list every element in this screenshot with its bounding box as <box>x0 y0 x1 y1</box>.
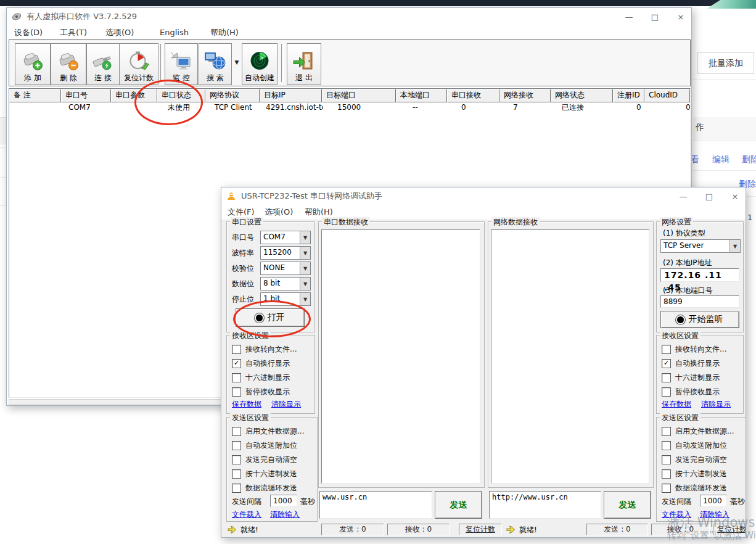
exit-button[interactable]: 退 出 <box>287 43 321 85</box>
checkbox[interactable] <box>232 441 241 450</box>
maximize-button[interactable]: □ <box>704 192 715 201</box>
view-link-fragment[interactable]: 看 <box>691 154 699 165</box>
checkbox[interactable] <box>232 484 241 493</box>
checkbox-hex-display[interactable]: 十六进制显示 <box>232 373 290 382</box>
checkbox-clear-after-send[interactable]: 发送完自动清空 <box>232 455 297 464</box>
checkbox-send-hex[interactable]: 按十六进制发送 <box>232 469 297 479</box>
checkbox-file-source[interactable]: 启用文件数据源... <box>232 426 304 436</box>
local-port-input[interactable]: 8899 <box>660 295 739 308</box>
protocol-type-select[interactable]: TCP Server▼ <box>660 239 741 253</box>
menu-help[interactable]: 帮助(H) <box>305 207 333 218</box>
send-interval-input[interactable]: 1000 <box>270 495 297 507</box>
checkbox[interactable] <box>662 441 671 450</box>
checkbox-file-source[interactable]: 启用文件数据源... <box>662 426 734 436</box>
checkbox[interactable] <box>232 427 241 436</box>
connect-button[interactable]: 连 接 <box>86 43 120 85</box>
clear-display-link[interactable]: 清除显示 <box>271 399 301 410</box>
col-com-params[interactable]: 串口参数 <box>111 89 157 102</box>
serial-send-input[interactable]: www.usr.cn <box>319 491 432 519</box>
local-ip-input[interactable]: 172.16 .11 .45 <box>660 268 739 282</box>
network-recv-area[interactable] <box>491 229 649 484</box>
col-com-port[interactable]: 串口号 <box>61 89 111 102</box>
table-row[interactable]: COM7 未使用 TCP Client 4291.cnsh.iot-tc... … <box>9 102 690 113</box>
checkbox-clear-after-send[interactable]: 发送完自动清空 <box>662 455 727 464</box>
checkbox-auto-append[interactable]: 自动发送附加位 <box>662 440 727 450</box>
save-data-link[interactable]: 保存数据 <box>662 399 691 410</box>
add-vcom-button[interactable]: 添 加 <box>15 43 51 85</box>
delete-vcom-button[interactable]: 删 除 <box>51 43 86 85</box>
checkbox-loop-send[interactable]: 数据流循环发送 <box>662 483 727 493</box>
monitor-button[interactable]: 监 控 <box>165 43 198 85</box>
checkbox[interactable] <box>662 469 671 479</box>
clear-input-link[interactable]: 清除输入 <box>700 509 729 520</box>
edit-link[interactable]: 编辑 <box>712 154 729 165</box>
col-remark[interactable]: 备 注 <box>9 89 61 102</box>
checkbox-send-hex[interactable]: 按十六进制发送 <box>662 469 727 479</box>
checkbox[interactable] <box>232 469 241 479</box>
col-com-recv[interactable]: 串口接收 <box>447 89 499 102</box>
checkbox[interactable] <box>232 455 241 464</box>
checkbox[interactable] <box>662 427 671 436</box>
serial-recv-area[interactable] <box>321 229 480 484</box>
checkbox[interactable] <box>662 359 671 368</box>
open-port-button[interactable]: 打开 <box>236 308 305 327</box>
search-dropdown-arrow[interactable]: ▼ <box>232 56 241 68</box>
checkbox-auto-wrap[interactable]: 自动换行显示 <box>232 358 290 368</box>
checkbox[interactable] <box>662 387 671 397</box>
baud-rate-select[interactable]: 115200▼ <box>260 246 311 260</box>
network-send-input[interactable]: http://www.usr.cn <box>489 491 601 519</box>
serial-send-button[interactable]: 发送 <box>435 491 482 519</box>
reset-count-button[interactable]: 复位计数 <box>119 43 158 85</box>
network-send-button[interactable]: 发送 <box>604 491 651 519</box>
checkbox[interactable] <box>232 373 241 382</box>
minimize-button[interactable]: — <box>678 192 689 201</box>
checkbox-recv-to-file[interactable]: 接收转向文件... <box>662 344 726 354</box>
col-net-protocol[interactable]: 网络协议 <box>205 89 260 102</box>
col-net-state[interactable]: 网络状态 <box>551 89 613 102</box>
network-reset-count-button[interactable]: 复位计数 <box>713 524 746 535</box>
minimize-button[interactable]: — <box>623 12 635 22</box>
checkbox-pause-recv[interactable]: 暂停接收显示 <box>662 387 720 397</box>
close-button[interactable]: × <box>729 192 741 201</box>
checkbox-auto-append[interactable]: 自动发送附加位 <box>232 440 297 450</box>
checkbox-loop-send[interactable]: 数据流循环发送 <box>232 483 297 493</box>
col-cloud-id[interactable]: CloudID <box>644 89 690 102</box>
auto-create-button[interactable]: 自动创建 <box>242 43 277 85</box>
checkbox-recv-to-file[interactable]: 接收转向文件... <box>232 344 297 354</box>
serial-reset-count-button[interactable]: 复位计数 <box>459 524 502 535</box>
stop-bits-select[interactable]: 1 bit▼ <box>260 292 311 306</box>
com-port-select[interactable]: COM7▼ <box>260 231 311 244</box>
col-target-port[interactable]: 目标端口 <box>322 89 396 102</box>
checkbox[interactable] <box>662 455 671 464</box>
menu-options[interactable]: 选项(O) <box>105 27 134 38</box>
clear-display-link[interactable]: 清除显示 <box>701 399 731 410</box>
col-net-recv[interactable]: 网络接收 <box>499 89 551 102</box>
checkbox[interactable] <box>662 484 671 493</box>
checkbox[interactable] <box>662 373 671 382</box>
menu-device[interactable]: 设备(D) <box>14 27 43 38</box>
parity-select[interactable]: NONE▼ <box>260 262 311 275</box>
close-button[interactable]: × <box>675 12 686 22</box>
send-interval-input[interactable]: 1000 <box>700 495 727 507</box>
checkbox-hex-display[interactable]: 十六进制显示 <box>662 373 720 382</box>
checkbox[interactable] <box>232 345 241 354</box>
load-file-link[interactable]: 文件载入 <box>232 509 261 520</box>
menu-options[interactable]: 选项(O) <box>265 207 293 218</box>
maximize-button[interactable]: □ <box>649 12 660 22</box>
menu-help[interactable]: 帮助(H) <box>210 27 239 38</box>
checkbox[interactable] <box>662 345 671 354</box>
save-data-link[interactable]: 保存数据 <box>232 399 261 410</box>
col-local-port[interactable]: 本地端口 <box>396 89 447 102</box>
col-com-state[interactable]: 串口状态 <box>157 89 205 102</box>
checkbox-auto-wrap[interactable]: 自动换行显示 <box>662 358 720 368</box>
clear-input-link[interactable]: 清除输入 <box>270 509 300 520</box>
load-file-link[interactable]: 文件载入 <box>662 509 691 520</box>
menu-tools[interactable]: 工具(T) <box>60 27 87 38</box>
delete-link[interactable]: 删除 <box>742 154 756 165</box>
menu-file[interactable]: 文件(F) <box>228 207 255 218</box>
col-target-ip[interactable]: 目标IP <box>260 89 322 102</box>
data-bits-select[interactable]: 8 bit▼ <box>260 277 311 291</box>
checkbox[interactable] <box>232 387 241 397</box>
col-reg-id[interactable]: 注册ID <box>613 89 644 102</box>
batch-add-button[interactable]: 批量添加 <box>697 52 754 74</box>
